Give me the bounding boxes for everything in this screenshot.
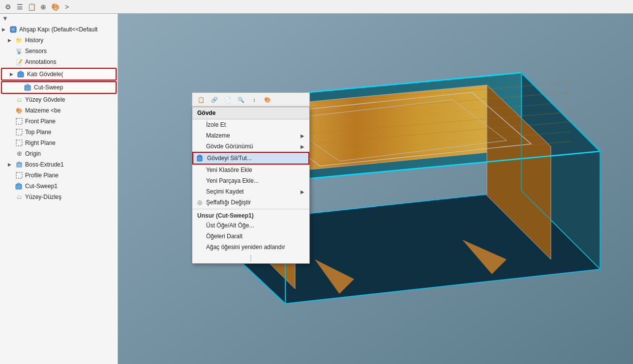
tree-item-root[interactable]: ▶ Ahşap Kapı (Default<<Default: [0, 24, 118, 35]
menu-item-yeni-parca[interactable]: Yeni Parçaya Ekle...: [192, 175, 309, 186]
sensors-label: Sensors: [25, 47, 116, 56]
menu-item-govde-gorunum[interactable]: Gövde Görünümü ▶: [192, 141, 309, 152]
tool-icon-3[interactable]: 📋: [26, 1, 37, 12]
history-label: History: [25, 36, 116, 45]
seffaflik-icon: ◎: [195, 198, 204, 207]
tree-item-front[interactable]: Front Plane: [0, 116, 118, 127]
icon-right: [15, 139, 24, 147]
arrow-kati: ▶: [10, 70, 17, 79]
tree-container[interactable]: ▶ Ahşap Kapı (Default<<Default ▶ 📁 Histo…: [0, 23, 118, 364]
submenu-arrow-malzeme: ▶: [301, 133, 304, 139]
tree-item-cutsweep[interactable]: Cut-Sweep: [1, 81, 117, 94]
svg-rect-9: [17, 163, 22, 167]
arrow-history: ▶: [8, 36, 15, 45]
viewport[interactable]: 📋 🔗 📄 🔍 ↕ 🎨 Gövde İzole Et Malzeme ▶: [118, 14, 633, 364]
icon-profile: [15, 171, 24, 180]
tree-item-profile[interactable]: Profile Plane: [0, 170, 118, 181]
menu-item-yeni-klasor[interactable]: Yeni Klasöre Ekle: [192, 165, 309, 175]
icon-annotations: 📝: [15, 57, 24, 66]
kati-label: Katı Gövdele(: [27, 70, 114, 79]
ctx-tool-2[interactable]: 🔗: [209, 94, 220, 105]
svg-rect-8: [16, 140, 22, 146]
svg-rect-4: [25, 86, 30, 90]
root-label: Ahşap Kapı (Default<<Default: [19, 25, 116, 34]
tool-expand[interactable]: >: [61, 1, 72, 12]
icon-kati: [17, 70, 26, 79]
context-toolbar: 📋 🔗 📄 🔍 ↕ 🎨: [192, 92, 310, 107]
yuzey-label: Yüzey Gövdele: [25, 95, 116, 104]
arrow-root: ▶: [2, 25, 9, 34]
tree-item-top[interactable]: Top Plane: [0, 127, 118, 138]
tree-item-sensors[interactable]: 📡 Sensors: [0, 46, 118, 56]
tool-icon-1[interactable]: ⚙: [2, 1, 13, 12]
ctx-tool-6[interactable]: 🎨: [262, 94, 273, 105]
menu-item-ogeleri-daralt[interactable]: Öğeleri Daralt: [192, 231, 309, 242]
menu-section-unsur: Unsur (Cut-Sweep1): [192, 210, 309, 220]
menu-item-ust-oge[interactable]: Üst Öğe/Alt Öğe...: [192, 220, 309, 231]
tool-icon-2[interactable]: ☰: [14, 1, 25, 12]
profile-label: Profile Plane: [25, 171, 116, 180]
icon-yuzey: 🗂: [15, 95, 24, 104]
menu-item-secimi-kaydet[interactable]: Seçimi Kaydet ▶: [192, 186, 309, 197]
menu-item-izole[interactable]: İzole Et: [192, 119, 309, 130]
context-menu-header: Gövde: [192, 107, 309, 119]
filter-icon: ▼: [2, 15, 8, 22]
tree-item-annotations[interactable]: 📝 Annotations: [0, 56, 118, 67]
svg-marker-5: [25, 84, 30, 86]
ctx-tool-3[interactable]: 📄: [222, 94, 233, 105]
panel-filter-row: ▼: [0, 14, 118, 23]
cutsweep-label: Cut-Sweep: [34, 83, 114, 92]
front-label: Front Plane: [25, 117, 116, 126]
submenu-arrow-secim: ▶: [301, 189, 304, 195]
menu-item-govde-sil[interactable]: Gövdeyi Sil/Tut...: [192, 152, 309, 165]
icon-origin: ⊕: [15, 149, 24, 158]
tree-item-origin[interactable]: ⊕ Origin: [0, 148, 118, 159]
icon-root: [9, 25, 18, 34]
tree-item-yuzey[interactable]: 🗂 Yüzey Gövdele: [0, 94, 118, 105]
left-panel: ▼ ▶ Ahşap Kapı (Default<<Default ▶ 📁 His…: [0, 14, 118, 364]
tree-item-kati[interactable]: ▶ Katı Gövdele(: [1, 68, 117, 81]
submenu-arrow-gorunum: ▶: [301, 144, 304, 149]
tool-icon-4[interactable]: ⊕: [38, 1, 49, 12]
icon-front: [15, 117, 24, 126]
tree-item-cutsweep1[interactable]: Cut-Sweep1: [0, 181, 118, 192]
icon-history: 📁: [15, 36, 24, 45]
svg-rect-2: [18, 73, 24, 77]
menu-item-malzeme[interactable]: Malzeme ▶: [192, 130, 309, 141]
tree-item-yuzeyduz[interactable]: 🗂 Yüzey-Düzleş: [0, 192, 118, 202]
context-menu: Gövde İzole Et Malzeme ▶ Gövde Görünümü …: [192, 107, 310, 264]
yuzeyduz-label: Yüzey-Düzleş: [25, 193, 116, 201]
icon-sensors: 📡: [15, 47, 24, 56]
svg-rect-36: [197, 156, 202, 161]
svg-marker-13: [16, 183, 22, 185]
icon-malzeme: 🎨: [15, 106, 24, 115]
svg-marker-10: [17, 162, 22, 163]
boss-label: Boss-Extrude1: [25, 160, 116, 169]
ctx-tool-4[interactable]: 🔍: [236, 94, 246, 105]
tree-item-malzeme[interactable]: 🎨 Malzeme <be: [0, 105, 118, 116]
ctx-tool-1[interactable]: 📋: [196, 94, 207, 105]
ctx-tool-5[interactable]: ↕: [249, 94, 260, 105]
cutsweep1-label: Cut-Sweep1: [25, 182, 116, 191]
icon-boss: [15, 160, 24, 169]
svg-rect-7: [16, 129, 22, 135]
arrow-boss: ▶: [8, 160, 15, 169]
right-label: Right Plane: [25, 139, 116, 147]
tool-icon-5[interactable]: 🎨: [50, 1, 60, 12]
svg-rect-6: [16, 118, 22, 124]
origin-label: Origin: [25, 149, 116, 158]
tree-item-boss[interactable]: ▶ Boss-Extrude1: [0, 159, 118, 170]
tree-item-history[interactable]: ▶ 📁 History: [0, 35, 118, 46]
govde-sil-icon: [196, 154, 205, 163]
tree-item-right[interactable]: Right Plane: [0, 138, 118, 148]
svg-marker-37: [197, 155, 202, 156]
svg-marker-3: [18, 71, 24, 73]
menu-more-indicator[interactable]: ⋮: [192, 252, 309, 263]
menu-item-seffaflik[interactable]: ◎ Şeffaflığı Değiştir: [192, 197, 309, 208]
icon-top: [15, 128, 24, 137]
icon-cutsweep: [24, 83, 32, 92]
top-label: Top Plane: [25, 128, 116, 137]
svg-rect-11: [16, 172, 22, 178]
top-toolbar: ⚙ ☰ 📋 ⊕ 🎨 >: [0, 0, 633, 14]
menu-item-yeniden-adlandir[interactable]: Ağaç öğesini yeniden adlandır: [192, 242, 309, 252]
